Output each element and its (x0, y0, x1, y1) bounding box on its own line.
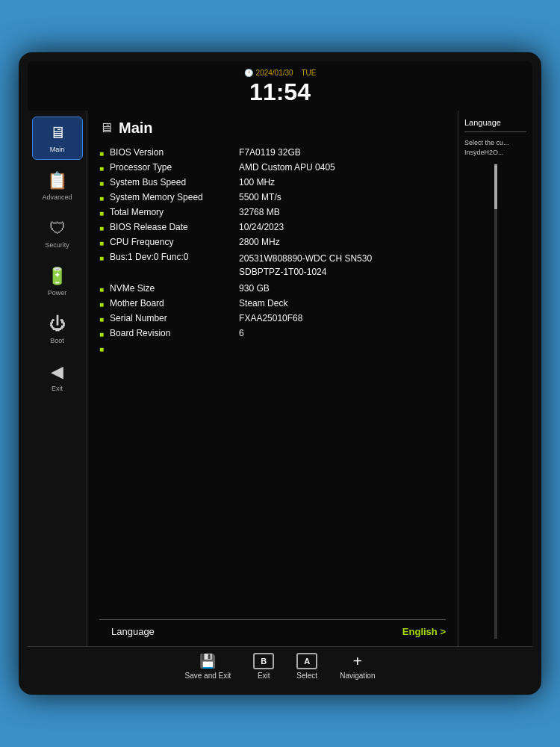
table-row: ■ Bus:1 Dev:0 Func:0 20531W808890-WDC CH… (99, 252, 446, 279)
info-table: ■ BIOS Version F7A0119 32GB ■ Processor … (99, 147, 446, 615)
select-label: Select (296, 672, 317, 680)
right-panel: Language Select the cu... InsydeH2O... (458, 111, 532, 646)
select-button[interactable]: A Select (296, 653, 317, 680)
sidebar-item-power[interactable]: 🔋 Power (32, 260, 83, 303)
system-memory-speed-value: 5500 MT/s (239, 192, 446, 202)
bus-dev-func-value: 20531W808890-WDC CH SN530 SDBPTPZ-1T00-1… (239, 252, 446, 279)
sidebar-item-main[interactable]: 🖥 Main (32, 117, 83, 160)
processor-type-value: AMD Custom APU 0405 (239, 162, 446, 173)
bullet-icon: ■ (99, 330, 104, 338)
boot-icon: ⏻ (49, 314, 66, 334)
table-row: ■ BIOS Version F7A0119 32GB (99, 147, 446, 158)
section-title-icon: 🖥 (99, 120, 113, 136)
power-icon: 🔋 (47, 267, 67, 286)
table-row: ■ NVMe Size 930 GB (99, 283, 446, 294)
table-row: ■ Processor Type AMD Custom APU 0405 (99, 162, 446, 173)
date-label: 🕐 2024/01/30 TUE (28, 69, 532, 77)
mother-board-value: Steam Deck (239, 298, 446, 309)
table-row: ■ Total Memory 32768 MB (99, 207, 446, 217)
bios-release-date-label: BIOS Release Date (110, 222, 233, 232)
sidebar-label-power: Power (48, 289, 67, 297)
sidebar-label-exit: Exit (52, 385, 63, 392)
total-memory-value: 32768 MB (239, 207, 446, 217)
system-memory-speed-label: System Memory Speed (110, 192, 233, 202)
save-exit-label: Save and Exit (185, 672, 231, 680)
bullet-icon: ■ (99, 164, 104, 173)
sidebar-label-advanced: Advanced (42, 193, 72, 201)
sidebar-item-security[interactable]: 🛡 Security (32, 212, 83, 255)
bios-version-value: F7A0119 32GB (239, 147, 446, 158)
table-row: ■ CPU Frequency 2800 MHz (99, 237, 446, 247)
table-row: ■ Serial Number FXAA25010F68 (99, 313, 446, 323)
main-icon: 🖥 (49, 123, 66, 143)
table-row: ■ (99, 343, 446, 353)
board-revision-value: 6 (239, 328, 446, 338)
sidebar-item-boot[interactable]: ⏻ Boot (32, 308, 83, 351)
system-bus-speed-label: System Bus Speed (110, 177, 233, 187)
bullet-icon: ■ (99, 179, 104, 187)
total-memory-label: Total Memory (110, 207, 233, 217)
processor-type-label: Processor Type (110, 162, 233, 173)
nvme-size-label: NVMe Size (110, 283, 233, 294)
exit-button[interactable]: B Exit (253, 653, 274, 680)
bullet-icon: ■ (99, 254, 104, 262)
exit-label: Exit (258, 672, 270, 680)
sidebar: 🖥 Main 📋 Advanced 🛡 Security 🔋 Power ⏻ (28, 111, 87, 646)
right-panel-divider (464, 131, 526, 132)
security-icon: 🛡 (49, 219, 66, 238)
section-name: Main (119, 120, 153, 137)
bus-dev-func-label: Bus:1 Dev:0 Func:0 (110, 252, 233, 262)
table-row: ■ Board Revision 6 (99, 328, 446, 338)
cpu-frequency-label: CPU Frequency (110, 237, 233, 247)
serial-number-value: FXAA25010F68 (239, 313, 446, 323)
bullet-icon: ■ (99, 149, 104, 158)
select-icon: A (296, 653, 317, 669)
clock-icon: 🕐 (244, 69, 253, 77)
date-text: 2024/01/30 (256, 69, 293, 77)
exit-icon: B (253, 653, 274, 669)
bullet-icon: ■ (99, 239, 104, 247)
navigation-button[interactable]: + Navigation (340, 653, 375, 680)
screen: 🕐 2024/01/30 TUE 11:54 🖥 Main 📋 Advanced (28, 61, 532, 686)
bullet-icon: ■ (99, 300, 104, 309)
time-display: 11:54 (28, 78, 532, 106)
table-row: ■ BIOS Release Date 10/24/2023 (99, 222, 446, 232)
bullet-icon: ■ (99, 194, 104, 202)
sidebar-item-exit[interactable]: ◀ Exit (32, 356, 83, 399)
language-label: Language (99, 626, 402, 637)
sidebar-label-main: Main (50, 146, 65, 153)
right-panel-description: Select the cu... InsydeH2O... (464, 138, 526, 157)
bottom-bar: 💾 Save and Exit B Exit A Select + Naviga… (28, 646, 532, 686)
system-bus-speed-value: 100 MHz (239, 177, 446, 187)
sidebar-label-security: Security (45, 241, 69, 249)
cpu-frequency-value: 2800 MHz (239, 237, 446, 247)
navigation-label: Navigation (340, 672, 375, 680)
top-bar: 🕐 2024/01/30 TUE 11:54 (28, 61, 532, 111)
scrollbar-thumb[interactable] (494, 164, 497, 209)
board-revision-label: Board Revision (110, 328, 233, 338)
main-panel: 🖥 Main ■ BIOS Version F7A0119 32GB ■ Pro… (87, 111, 458, 646)
device-frame: 🕐 2024/01/30 TUE 11:54 🖥 Main 📋 Advanced (19, 52, 541, 695)
sidebar-label-boot: Boot (50, 337, 64, 344)
table-row: ■ System Bus Speed 100 MHz (99, 177, 446, 187)
sidebar-item-advanced[interactable]: 📋 Advanced (32, 164, 83, 208)
section-title: 🖥 Main (99, 120, 446, 137)
exit-sidebar-icon: ◀ (51, 362, 63, 382)
day-text: TUE (301, 69, 316, 77)
bios-release-date-value: 10/24/2023 (239, 222, 446, 232)
bullet-icon: ■ (99, 315, 104, 323)
right-panel-title: Language (464, 118, 526, 127)
scrollbar-track[interactable] (494, 164, 497, 639)
bios-version-label: BIOS Version (110, 147, 233, 158)
language-value[interactable]: English > (402, 626, 446, 637)
language-row[interactable]: Language English > (99, 619, 446, 637)
save-exit-button[interactable]: 💾 Save and Exit (185, 653, 231, 680)
bullet-icon: ■ (99, 345, 104, 353)
bullet-icon: ■ (99, 224, 104, 232)
bullet-icon: ■ (99, 285, 104, 294)
bullet-icon: ■ (99, 209, 104, 217)
table-row: ■ System Memory Speed 5500 MT/s (99, 192, 446, 202)
navigation-icon: + (347, 653, 368, 669)
content-area: 🖥 Main 📋 Advanced 🛡 Security 🔋 Power ⏻ (28, 111, 532, 646)
advanced-icon: 📋 (47, 171, 67, 190)
